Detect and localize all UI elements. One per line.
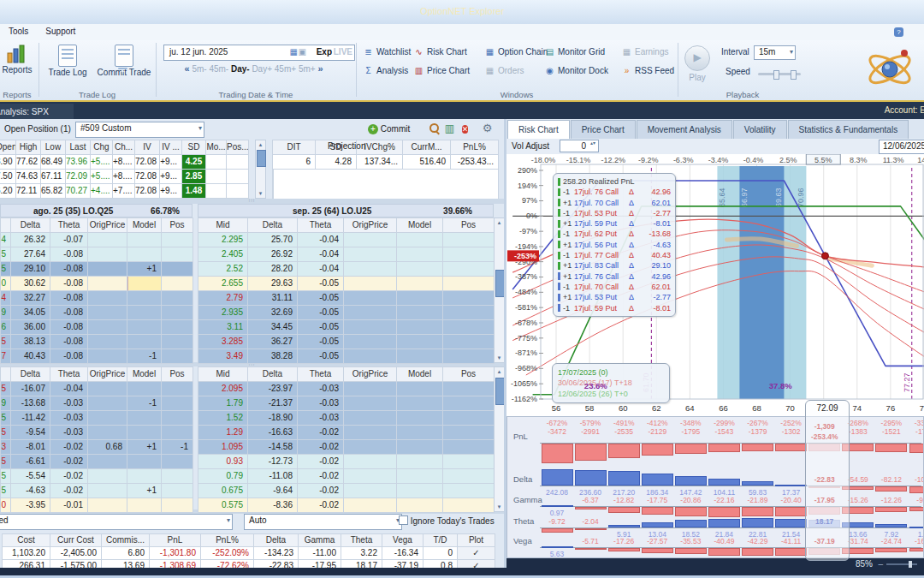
reports-button[interactable]: Reports bbox=[0, 45, 36, 74]
tab-risk-chart[interactable]: Risk Chart bbox=[507, 120, 570, 139]
risk-chart-button[interactable]: ∿Risk Chart bbox=[413, 47, 467, 60]
tab-analysis-spx[interactable]: Analysis: SPX bbox=[0, 104, 74, 121]
play-button[interactable]: ▶ bbox=[684, 45, 710, 71]
close-position-icon[interactable]: ✕ bbox=[459, 122, 471, 135]
tab-movement-analysis[interactable]: Movement Analysis bbox=[637, 120, 732, 139]
trading-date-field[interactable]: ju. 12 jun. 2025 ▦ ▣ Exp LIVE bbox=[163, 45, 355, 61]
option-row[interactable]: 1.29-16.63-0.02 bbox=[198, 426, 495, 440]
chain-header[interactable]: DeltaThetaOrigPriceModelPos bbox=[1, 218, 193, 233]
option-row[interactable]: 0.93-12.73-0.02 bbox=[198, 455, 495, 469]
option-row[interactable]: 5-6.61-0.02 bbox=[1, 455, 193, 469]
export-icon[interactable]: ▥ bbox=[443, 122, 456, 135]
option-row[interactable]: 9-13.68-0.03-1 bbox=[1, 396, 193, 411]
quote-row[interactable]: 6.2072.1165.8270.27+4....+7....72.08+9..… bbox=[0, 184, 249, 199]
option-row[interactable]: 030.62-0.08 bbox=[1, 277, 193, 291]
chain-header[interactable]: DeltaThetaOrigPriceModelPos bbox=[1, 367, 193, 382]
zoom-slider-handle[interactable] bbox=[909, 561, 912, 568]
help-icon[interactable]: ? bbox=[894, 27, 903, 37]
speed-slider-handle2[interactable] bbox=[791, 70, 797, 80]
option-row[interactable]: 3-8.01-0.020.68+1-1 bbox=[1, 440, 193, 455]
option-row[interactable]: 5-16.07-0.04 bbox=[1, 382, 193, 396]
option-row[interactable]: 1.52-18.90-0.03 bbox=[198, 411, 495, 426]
option-row[interactable]: 527.64-0.08 bbox=[1, 247, 193, 262]
watchlist-button[interactable]: ≣Watchlist bbox=[363, 47, 411, 60]
option-row[interactable]: 5-5.54-0.02 bbox=[1, 469, 193, 484]
speed-slider-handle[interactable] bbox=[773, 70, 779, 80]
commit-trade-button[interactable]: + Commit Trade bbox=[94, 45, 154, 77]
option-row[interactable]: 1.095-14.58-0.02 bbox=[198, 440, 495, 455]
analysis-button[interactable]: ΣAnalysis bbox=[363, 66, 408, 79]
nav-45mminus[interactable]: 45m- bbox=[209, 64, 231, 74]
tab-statistics-fundamentals[interactable]: Statistics & Fundamentals bbox=[788, 120, 909, 139]
settings-gear-icon[interactable]: ⚙ bbox=[481, 122, 494, 134]
option-row[interactable]: 0-3.95-0.01 bbox=[1, 498, 193, 513]
option-row[interactable]: 1.79-21.37-0.03 bbox=[198, 396, 495, 411]
trade-log-button[interactable]: Trade Log bbox=[43, 45, 92, 77]
position-select[interactable]: #509 Custom bbox=[75, 122, 204, 138]
menu-tools[interactable]: Tools bbox=[0, 24, 37, 36]
option-chain-button[interactable]: ▦Option Chain bbox=[484, 47, 548, 60]
quotes-scrollbar[interactable]: ▲▼ bbox=[255, 140, 266, 199]
option-row[interactable]: 2.40526.92-0.04 bbox=[198, 247, 495, 262]
clock-icon[interactable]: ▣ bbox=[299, 45, 306, 59]
nav-Dayminus[interactable]: Day- bbox=[231, 64, 252, 74]
speed-slider[interactable] bbox=[758, 73, 801, 75]
option-row[interactable]: 2.29525.70-0.04 bbox=[198, 233, 495, 247]
commit-button[interactable]: + Commit bbox=[368, 122, 421, 136]
monitor-dock-button[interactable]: ◉Monitor Dock bbox=[544, 66, 608, 79]
option-row[interactable]: 5-9.54-0.03 bbox=[1, 426, 193, 440]
monitor-grid-button[interactable]: ▤Monitor Grid bbox=[544, 47, 605, 60]
option-row[interactable]: 3.1134.45-0.05 bbox=[198, 320, 495, 335]
price-chart-button[interactable]: ▥Price Chart bbox=[413, 66, 470, 79]
tab-volatility[interactable]: Volatility bbox=[733, 120, 787, 139]
option-row[interactable]: 432.27-0.08 bbox=[1, 291, 193, 306]
option-row[interactable]: 0.79-11.08-0.02 bbox=[198, 469, 495, 484]
quote-row[interactable]: 8.9077.6268.4973.96+5....+8....72.08+9..… bbox=[0, 155, 249, 170]
interval-select[interactable]: 15m bbox=[754, 45, 796, 60]
option-row[interactable]: 529.10-0.08+1 bbox=[1, 262, 193, 277]
option-row[interactable]: 0.675-9.64-0.02 bbox=[198, 484, 495, 498]
position-mode-select[interactable]: Combined bbox=[0, 514, 233, 530]
rss-feed-button[interactable]: »RSS Feed bbox=[621, 66, 674, 79]
option-row[interactable]: 2.5228.20-0.04 bbox=[198, 262, 495, 277]
title-bar[interactable]: OptionNET Explorer bbox=[0, 0, 924, 25]
option-row[interactable]: 2.095-23.97-0.03 bbox=[198, 382, 495, 396]
option-row[interactable]: 3.28536.27-0.05 bbox=[198, 335, 495, 349]
option-row[interactable]: 2.7931.11-0.05 bbox=[198, 291, 495, 306]
month-header-left[interactable]: ago. 25 (35) LO.Q2566.78% bbox=[0, 204, 192, 217]
summary-header[interactable]: CostCurr CostCommis...PnLPnL%DeltaGammaT… bbox=[3, 534, 495, 547]
option-row[interactable]: 636.00-0.08 bbox=[1, 320, 193, 335]
exp-label[interactable]: Exp bbox=[317, 45, 332, 59]
option-row[interactable]: 426.32-0.07 bbox=[1, 233, 193, 247]
summary-row[interactable]: 1,103.20-2,405.006.80-1,301.80-252.09%-1… bbox=[3, 547, 495, 560]
option-row[interactable]: 934.05-0.08 bbox=[1, 306, 193, 320]
option-row[interactable]: 0.575-8.36-0.02 bbox=[198, 498, 495, 513]
projection-date-field[interactable]: 12/06/2025 bbox=[879, 140, 924, 154]
option-row[interactable]: 3.4938.28-0.05 bbox=[198, 349, 495, 364]
nav-fwd-icon[interactable]: » bbox=[317, 63, 323, 74]
stats-row[interactable]: 64.28137.34...516.40-253.43... bbox=[273, 155, 499, 170]
quotes-header[interactable]: OpenHighLowLastChgCh...IVIV ...SDMo...Po… bbox=[0, 140, 249, 155]
nav-5mplus[interactable]: 5m+ bbox=[299, 64, 318, 74]
nav-45mplus[interactable]: 45m+ bbox=[275, 64, 299, 74]
stats-header[interactable]: DITSDIVChg%CurrM...PnL% bbox=[273, 140, 499, 155]
tab-price-chart[interactable]: Price Chart bbox=[571, 120, 636, 139]
chain-header[interactable]: MidDeltaThetaOrigPriceModelPos bbox=[198, 218, 495, 233]
option-row[interactable]: 2.65529.63-0.05 bbox=[198, 277, 495, 291]
option-row[interactable]: 740.43-0.08-1 bbox=[1, 349, 193, 364]
nav-Dayplus[interactable]: Day+ bbox=[252, 64, 274, 74]
checkbox-box[interactable] bbox=[399, 515, 408, 525]
ignore-trades-checkbox[interactable]: Ignore Today's Trades bbox=[399, 515, 495, 526]
chain-header[interactable]: MidDeltaThetaOrigPriceModelPos bbox=[198, 367, 495, 382]
scroll-thumb[interactable] bbox=[257, 150, 266, 167]
auto-select[interactable]: Auto bbox=[244, 514, 402, 530]
calendar-icon[interactable]: ▦ bbox=[290, 45, 298, 59]
menu-support[interactable]: Support bbox=[37, 24, 84, 36]
nav-5mminus[interactable]: 5m- bbox=[192, 64, 209, 74]
search-icon[interactable] bbox=[428, 122, 441, 135]
quote-row[interactable]: 7.5074.6367.1172.09+5....+8....72.08+9..… bbox=[0, 170, 249, 184]
vol-adjust-spinner[interactable]: 0 bbox=[560, 140, 599, 152]
option-row[interactable]: 5-11.42-0.03 bbox=[1, 411, 193, 426]
month-header-right[interactable]: sep. 25 (64) LO.U2539.66% bbox=[198, 204, 494, 217]
option-row[interactable]: 2.93532.69-0.05 bbox=[198, 306, 495, 320]
